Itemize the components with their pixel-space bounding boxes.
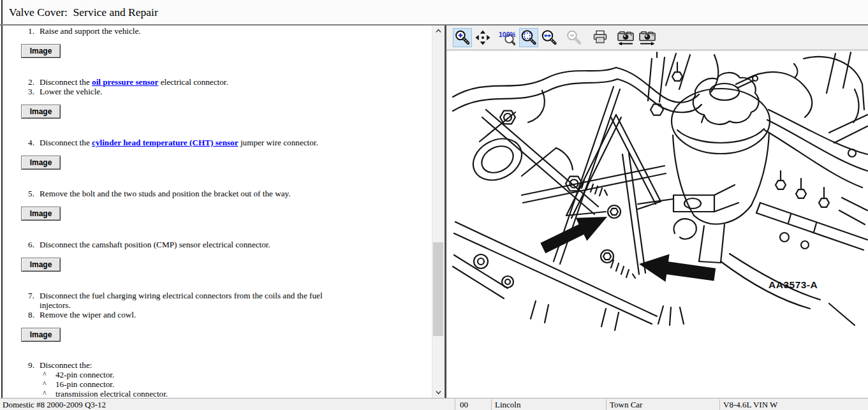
step-text: Remove the wiper and cowl. (40, 310, 324, 319)
title-bar: Valve Cover: Service and Repair (0, 0, 868, 24)
image-button-5[interactable]: Image (21, 258, 61, 272)
image-toolbar: 100% (446, 26, 868, 50)
step-text-pre: Disconnect the (40, 77, 92, 87)
step-number: 6. (3, 240, 40, 249)
step-text: Raise and support the vehicle. (40, 26, 324, 36)
actual-size-label: 100% (499, 31, 515, 38)
step-group-3: 4. Disconnect the cylinder head temperat… (3, 138, 431, 147)
engine-diagram: AA3573-A (446, 51, 868, 398)
actual-size-button[interactable]: 100% (497, 28, 517, 47)
step-group-5: 6. Disconnect the camshaft position (CMP… (3, 240, 431, 249)
status-bar: Domestic #8 2000-2009 Q3-12 00 Lincoln T… (0, 398, 868, 410)
cht-sensor-link[interactable]: cylinder head temperature (CHT) sensor (92, 138, 239, 147)
previous-image-button[interactable] (615, 28, 636, 47)
step-number: 7. (3, 291, 40, 310)
pan-icon (474, 29, 491, 46)
statusbar-code: 00 (460, 399, 489, 410)
pan-button[interactable] (473, 28, 492, 47)
step-6: 6. Disconnect the camshaft position (CMP… (3, 240, 431, 249)
step-number: 9. (3, 360, 40, 398)
scrollbar-thumb[interactable] (433, 242, 443, 336)
step-number: 5. (3, 189, 40, 198)
image-button-4[interactable]: Image (21, 207, 61, 221)
step-text: Disconnect the oil pressure sensor elect… (40, 77, 324, 87)
step-group-4: 5. Remove the bolt and the two studs and… (3, 189, 431, 198)
statusbar-separator (719, 399, 720, 410)
step-text: Disconnect the camshaft position (CMP) s… (40, 240, 324, 249)
image-button-2[interactable]: Image (21, 105, 61, 119)
statusbar-engine: V8-4.6L VIN W (723, 399, 864, 410)
step-text: Remove the bolt and the two studs and po… (40, 189, 324, 198)
left-panel-scrollbar[interactable] (432, 26, 445, 398)
step-group-2: 2. Disconnect the oil pressure sensor el… (3, 77, 431, 96)
statusbar-separator (455, 399, 455, 410)
step-9: 9. Disconnect the: ^42-pin connector. ^1… (3, 360, 431, 398)
step-number: 1. (3, 26, 40, 36)
valve-cover-service-window: { "header": { "title": "Valve Cover: Ser… (0, 0, 868, 410)
scroll-up-button[interactable] (432, 26, 445, 36)
image-button-1[interactable]: Image (21, 44, 61, 58)
chevron-up-icon (434, 27, 443, 35)
step-4: 4. Disconnect the cylinder head temperat… (3, 138, 431, 147)
print-button[interactable] (591, 28, 610, 47)
step-1: 1. Raise and support the vehicle. (3, 26, 431, 36)
zoom-in-icon (454, 29, 471, 46)
step-9-sub-1: ^42-pin connector. (43, 370, 324, 379)
oil-pressure-sensor-link[interactable]: oil pressure sensor (92, 77, 158, 87)
step-text-pre: Disconnect the (40, 138, 92, 147)
step-8: 8. Remove the wiper and cowl. (3, 310, 431, 319)
step-9-sub-3: ^transmission electrical connector. (43, 389, 324, 398)
diagram-figure-label: AA3573-A (769, 279, 818, 290)
page-title: Valve Cover: Service and Repair (0, 0, 868, 19)
statusbar-separator (491, 399, 492, 410)
step-number: 4. (3, 138, 40, 147)
sub-text: 42-pin connector. (55, 370, 114, 379)
sub-bullet: ^ (43, 370, 55, 379)
callout-arrow-upper (538, 205, 613, 260)
step-9-sub-2: ^16-pin connector. (43, 379, 324, 389)
next-image-button[interactable] (637, 28, 658, 47)
fit-to-window-button[interactable] (519, 28, 538, 47)
step-text: Disconnect the cylinder head temperature… (40, 138, 324, 147)
statusbar-make: Lincoln (495, 399, 603, 410)
sub-text: transmission electrical connector. (55, 389, 168, 398)
step-7: 7. Disconnect the fuel charging wiring e… (3, 291, 431, 310)
sub-text: 16-pin connector. (55, 379, 114, 389)
sub-bullet: ^ (43, 379, 55, 389)
image-button-6[interactable]: Image (21, 328, 61, 342)
fit-width-button[interactable] (540, 28, 559, 47)
statusbar-coverage: Domestic #8 2000-2009 Q3-12 (3, 399, 449, 410)
statusbar-model: Town Car (610, 399, 717, 410)
fit-width-icon (541, 29, 557, 46)
image-viewer-pane: 100% (446, 26, 868, 398)
zoom-in-button[interactable] (453, 28, 472, 47)
actual-size-icon: 100% (499, 29, 515, 46)
step-2: 2. Disconnect the oil pressure sensor el… (3, 77, 431, 87)
step-text-post: electrical connector. (158, 77, 228, 87)
step-group-6: 7. Disconnect the fuel charging wiring e… (3, 291, 431, 319)
statusbar-separator (606, 399, 607, 410)
step-text: Disconnect the: ^42-pin connector. ^16-p… (40, 360, 324, 398)
previous-image-camera-icon (617, 29, 635, 46)
step-text-post: jumper wire connector. (239, 138, 318, 147)
diagram-canvas: AA3573-A (446, 51, 868, 398)
callout-arrow-lower (637, 250, 717, 288)
sub-bullet: ^ (43, 389, 55, 398)
step-group-7: 9. Disconnect the: ^42-pin connector. ^1… (3, 360, 431, 398)
step-text: Disconnect the fuel charging wiring elec… (40, 291, 324, 310)
step-group-1: 1. Raise and support the vehicle. (3, 26, 431, 36)
step-text-lead: Disconnect the: (40, 360, 92, 370)
procedure-pane: 1. Raise and support the vehicle. Image … (3, 26, 431, 398)
step-number: 3. (3, 87, 40, 96)
fit-to-window-icon (520, 29, 537, 46)
step-number: 2. (3, 77, 40, 87)
zoom-out-icon (566, 29, 582, 46)
step-text: Lower the vehicle. (40, 87, 324, 96)
zoom-out-button (564, 28, 584, 47)
print-icon (592, 29, 608, 46)
step-number: 8. (3, 310, 40, 319)
image-button-3[interactable]: Image (21, 156, 61, 170)
scroll-down-button[interactable] (432, 387, 445, 398)
step-5: 5. Remove the bolt and the two studs and… (3, 189, 431, 198)
step-3: 3. Lower the vehicle. (3, 87, 431, 96)
